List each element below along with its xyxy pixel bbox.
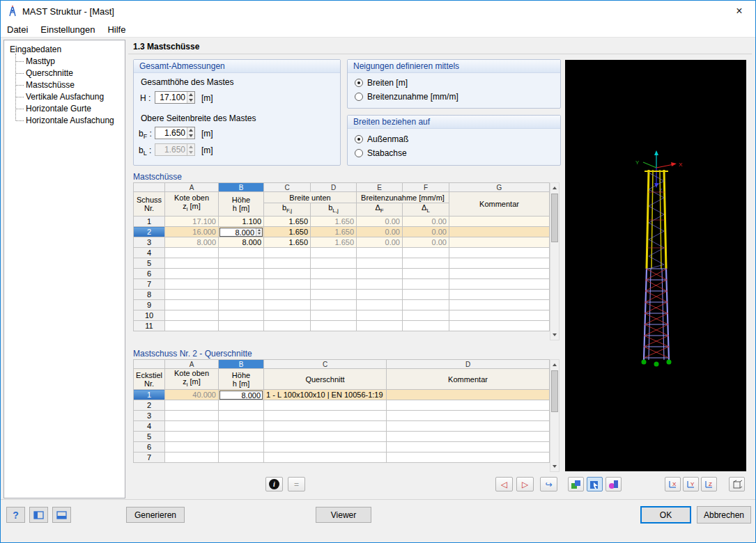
row-header[interactable]: 3 — [134, 411, 165, 421]
cell[interactable] — [403, 279, 449, 290]
col-letter-f[interactable]: F — [403, 183, 449, 192]
col-letter-a[interactable]: A — [165, 183, 219, 192]
scroll-down-button[interactable] — [550, 330, 559, 340]
viewer-button[interactable]: Viewer — [316, 507, 371, 523]
cell[interactable]: 16.000 — [165, 227, 219, 237]
cell[interactable] — [449, 321, 550, 331]
view-x-button[interactable]: X — [665, 477, 681, 491]
cell[interactable] — [165, 258, 219, 269]
cell[interactable]: 1.650 — [311, 227, 357, 237]
cell[interactable] — [165, 411, 219, 421]
cell[interactable] — [264, 400, 387, 411]
col-letter-d[interactable]: D — [387, 360, 550, 369]
scroll-thumb[interactable] — [551, 194, 558, 242]
row-header[interactable]: 2 — [134, 227, 165, 237]
row-header[interactable]: 6 — [134, 442, 165, 452]
cell[interactable] — [264, 290, 311, 300]
spin-down-button[interactable] — [256, 232, 262, 236]
sidebar-item-mastschuesse[interactable]: Mastschüsse — [15, 79, 122, 91]
row-header[interactable]: 1 — [134, 217, 165, 227]
cell[interactable] — [219, 248, 264, 258]
tree-root-eingabedaten[interactable]: Eingabedaten — [7, 44, 122, 56]
spin-up-button[interactable] — [187, 92, 194, 97]
cell[interactable]: 1 - L 100x100x10 | EN 10056-1:19 — [264, 390, 387, 400]
cell[interactable] — [449, 227, 550, 237]
3d-viewport[interactable]: X Y Z — [565, 60, 746, 471]
col-letter-g[interactable]: G — [449, 183, 550, 192]
cell[interactable] — [449, 279, 550, 290]
cell[interactable]: 8.000 — [219, 237, 264, 248]
view-settings-button[interactable] — [587, 477, 603, 491]
radio-aussenmass[interactable] — [355, 135, 363, 143]
cell[interactable] — [264, 411, 387, 421]
cell[interactable] — [165, 452, 219, 463]
cell[interactable] — [264, 321, 311, 331]
col-letter-e[interactable]: E — [357, 183, 403, 192]
cell[interactable]: 1.650 — [264, 217, 311, 227]
cell[interactable] — [219, 432, 264, 442]
cell[interactable] — [219, 452, 264, 463]
cell[interactable] — [311, 310, 357, 321]
row-header[interactable]: 6 — [134, 269, 165, 279]
cell[interactable] — [449, 269, 550, 279]
pick-button[interactable]: ↪ — [540, 477, 557, 491]
cell[interactable] — [357, 310, 403, 321]
row-header[interactable]: 7 — [134, 279, 165, 290]
cell[interactable] — [387, 411, 550, 421]
cell[interactable] — [387, 390, 550, 400]
cell[interactable] — [357, 279, 403, 290]
render-settings-button[interactable] — [568, 477, 584, 491]
cell[interactable] — [264, 258, 311, 269]
cell[interactable] — [449, 237, 550, 248]
col-letter-b[interactable]: B — [219, 183, 264, 192]
cell[interactable] — [403, 310, 449, 321]
cell[interactable] — [165, 290, 219, 300]
cell[interactable]: 0.00 — [403, 227, 449, 237]
cell[interactable] — [165, 310, 219, 321]
row-header[interactable]: 2 — [134, 400, 165, 411]
menu-item-einstellungen[interactable]: Einstellungen — [34, 22, 101, 37]
cancel-button[interactable]: Abbrechen — [697, 506, 751, 524]
cell[interactable] — [264, 279, 311, 290]
menu-item-hilfe[interactable]: Hilfe — [101, 22, 132, 37]
cell[interactable] — [219, 442, 264, 452]
cell[interactable] — [264, 432, 387, 442]
col-letter-b[interactable]: B — [219, 360, 264, 369]
cell[interactable]: 0.00 — [357, 217, 403, 227]
cell[interactable] — [387, 452, 550, 463]
cell[interactable]: 1.650 — [264, 237, 311, 248]
cell[interactable] — [219, 400, 264, 411]
sidebar-item-vertikale-ausfachung[interactable]: Vertikale Ausfachung — [15, 91, 122, 103]
cell[interactable] — [357, 258, 403, 269]
cell[interactable] — [219, 300, 264, 310]
cell[interactable]: 17.100 — [165, 217, 219, 227]
view-isometric-button[interactable] — [729, 477, 745, 491]
cell[interactable] — [219, 290, 264, 300]
panel-toggle-button-1[interactable] — [29, 507, 48, 523]
cell[interactable] — [387, 442, 550, 452]
cell[interactable] — [219, 421, 264, 432]
cell[interactable] — [264, 269, 311, 279]
cell[interactable] — [219, 258, 264, 269]
row-header[interactable]: 5 — [134, 432, 165, 442]
radio-breiten-label[interactable]: Breiten [m] — [367, 78, 408, 88]
cell[interactable] — [165, 269, 219, 279]
cell[interactable] — [357, 269, 403, 279]
scroll-up-button[interactable] — [550, 360, 559, 370]
cell[interactable] — [449, 248, 550, 258]
spin-up-button[interactable] — [187, 127, 194, 133]
cell[interactable] — [403, 300, 449, 310]
generate-button[interactable]: Generieren — [126, 507, 185, 523]
cell[interactable] — [264, 442, 387, 452]
row-header[interactable]: 5 — [134, 258, 165, 269]
spin-down-button[interactable] — [187, 133, 194, 139]
row-header[interactable]: 9 — [134, 300, 165, 310]
row-header[interactable]: 4 — [134, 248, 165, 258]
cell[interactable] — [311, 258, 357, 269]
row-header[interactable]: 7 — [134, 452, 165, 463]
cell[interactable] — [387, 432, 550, 442]
sidebar-item-querschnitte[interactable]: Querschnitte — [15, 68, 122, 79]
ok-button[interactable]: OK — [640, 506, 691, 524]
cell[interactable] — [219, 269, 264, 279]
cell-editing[interactable]: 8.000 — [219, 227, 264, 237]
